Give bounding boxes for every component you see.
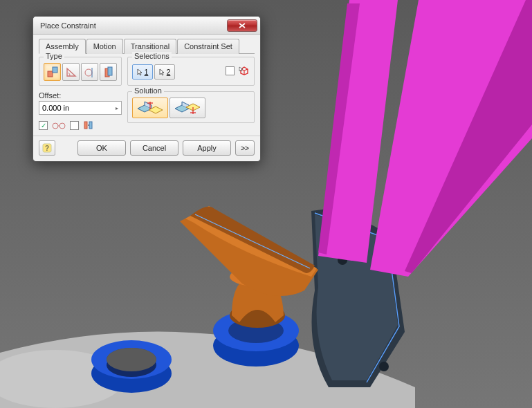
dropdown-arrow-icon: ▸ xyxy=(116,105,118,111)
svg-rect-18 xyxy=(108,67,112,75)
offset-block: Offset: 0.000 in ▸ xyxy=(39,91,122,130)
constraint-type-angle[interactable] xyxy=(62,63,80,81)
place-constraint-dialog: Place Constraint Assembly Motion Transit… xyxy=(33,16,261,162)
solution-label: Solution xyxy=(132,86,164,95)
expand-button[interactable]: >> xyxy=(235,140,255,156)
svg-text:?: ? xyxy=(45,145,49,152)
dialog-body: Assembly Motion Transitional Constraint … xyxy=(33,35,260,136)
svg-rect-22 xyxy=(89,122,92,129)
solution-mate-button[interactable] xyxy=(132,98,168,118)
selection-1-button[interactable]: 1 xyxy=(132,64,153,80)
mate-icon xyxy=(46,66,59,78)
close-button[interactable] xyxy=(227,19,257,32)
close-x-icon xyxy=(239,23,246,28)
group-type: Type xyxy=(39,57,122,86)
cancel-button[interactable]: Cancel xyxy=(130,140,178,156)
show-preview-checkbox[interactable] xyxy=(70,121,79,130)
solution-flush-icon xyxy=(172,100,203,115)
pick-part-icon xyxy=(239,66,250,75)
dialog-footer: ? OK Cancel Apply >> xyxy=(33,136,260,161)
selection-2-button[interactable]: 2 xyxy=(154,64,175,80)
predict-offset-checkbox[interactable] xyxy=(39,121,48,130)
svg-point-20 xyxy=(59,123,65,129)
preview-glasses-icon xyxy=(52,121,66,129)
svg-rect-21 xyxy=(84,122,87,129)
limits-icon xyxy=(83,120,94,130)
help-button[interactable]: ? xyxy=(39,140,55,156)
tangent-icon xyxy=(84,66,96,78)
selections-label: Selections xyxy=(132,52,172,60)
svg-point-2 xyxy=(379,362,389,371)
offset-value: 0.000 in xyxy=(42,104,69,112)
offset-input[interactable]: 0.000 in ▸ xyxy=(39,101,122,115)
insert-icon xyxy=(102,66,115,78)
tab-motion[interactable]: Motion xyxy=(86,39,123,54)
svg-point-7 xyxy=(107,348,156,371)
pick-arrow-icon xyxy=(137,68,143,76)
group-selections: Selections 1 2 xyxy=(127,57,255,86)
constraint-type-tangent[interactable] xyxy=(81,63,98,81)
constraint-type-insert[interactable] xyxy=(100,63,117,81)
dialog-title: Place Constraint xyxy=(40,21,227,30)
dialog-titlebar[interactable]: Place Constraint xyxy=(33,17,260,35)
group-solution: Solution xyxy=(127,91,255,123)
pick-part-checkbox[interactable] xyxy=(226,66,235,75)
svg-rect-13 xyxy=(48,71,53,77)
selection-1-num: 1 xyxy=(145,68,149,76)
svg-point-15 xyxy=(85,69,92,76)
pick-arrow-icon xyxy=(159,68,165,76)
apply-button[interactable]: Apply xyxy=(183,140,231,156)
help-icon: ? xyxy=(42,143,52,153)
offset-label: Offset: xyxy=(39,91,122,100)
svg-rect-14 xyxy=(53,67,57,73)
constraint-type-mate[interactable] xyxy=(44,63,61,81)
tab-constraint-set[interactable]: Constraint Set xyxy=(177,39,239,54)
solution-mate-icon xyxy=(135,100,165,115)
selection-2-num: 2 xyxy=(167,68,171,76)
type-label: Type xyxy=(44,52,64,60)
svg-point-19 xyxy=(53,123,58,129)
solution-flush-button[interactable] xyxy=(169,98,205,118)
ok-button[interactable]: OK xyxy=(77,140,126,156)
angle-icon xyxy=(65,66,77,78)
